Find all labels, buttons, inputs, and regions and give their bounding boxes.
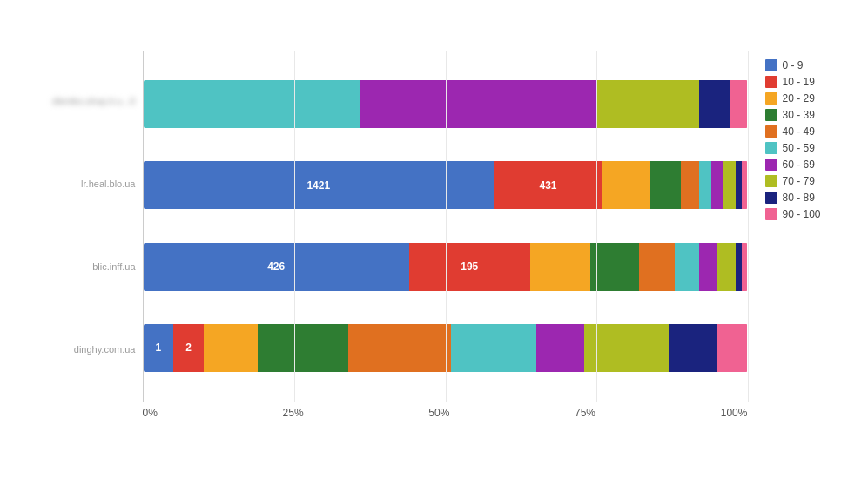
domain-label-2: blic.inff.ua (56, 237, 143, 296)
bar-segment-2-6 (699, 243, 717, 291)
x-tick-1: 25% (283, 407, 304, 419)
legend-label-6: 60 - 69 (783, 159, 815, 171)
legend-color-5 (765, 142, 777, 154)
bars-section: 142143142619512 (143, 51, 748, 402)
legend-label-7: 70 - 79 (783, 175, 815, 187)
y-domain-labels: dlentko.shop.lr.u...0lr.heal.blo.uablic.… (56, 51, 143, 425)
legend-color-8 (765, 192, 777, 204)
bar-segment-2-7 (717, 243, 736, 291)
domain-label-1: lr.heal.blo.ua (56, 154, 143, 213)
legend-color-0 (765, 59, 777, 71)
legend-label-1: 10 - 19 (783, 76, 815, 88)
bar-segment-3-2 (204, 324, 258, 372)
legend-label-5: 50 - 59 (783, 142, 815, 154)
y-axis-label (34, 51, 51, 425)
legend-color-7 (765, 175, 777, 187)
bar-segment-2-8 (736, 243, 742, 291)
bar-segment-3-8 (669, 324, 717, 372)
bar-segment-1-3 (650, 161, 681, 209)
bar-segment-2-0: 426 (144, 243, 409, 291)
bar-segment-1-2 (602, 161, 651, 209)
legend-label-8: 80 - 89 (783, 192, 815, 204)
legend-item-0: 0 - 9 (765, 59, 835, 71)
x-tick-0: 0% (143, 407, 158, 419)
legend-label-2: 20 - 29 (783, 92, 815, 105)
legend-item-2: 20 - 29 (765, 92, 835, 105)
bar-segment-2-4 (639, 243, 676, 291)
chart-container: dlentko.shop.lr.u...0lr.heal.blo.uablic.… (17, 16, 852, 477)
grid-line-50 (446, 51, 447, 402)
legend-item-5: 50 - 59 (765, 142, 835, 154)
legend-item-3: 30 - 39 (765, 109, 835, 121)
bar-segment-3-6 (536, 324, 585, 372)
bar-segment-3-1: 2 (173, 324, 204, 372)
legend-color-3 (765, 109, 777, 121)
bar-segment-2-5 (675, 243, 699, 291)
bar-segment-3-5 (451, 324, 535, 372)
bar-segment-2-2 (530, 243, 590, 291)
bar-segment-1-1: 431 (494, 161, 602, 209)
grid-line-25 (294, 51, 295, 402)
bar-segment-2-3 (590, 243, 639, 291)
domain-label-0: dlentko.shop.lr.u...0 (56, 71, 143, 131)
bar-segment-2-9 (742, 243, 748, 291)
bar-segment-3-0: 1 (144, 324, 174, 372)
plot-area: 142143142619512 0%25%50%75%100% (143, 51, 748, 425)
x-axis-labels: 0%25%50%75%100% (143, 402, 748, 423)
legend-label-9: 90 - 100 (783, 208, 821, 220)
legend-item-9: 90 - 100 (765, 208, 835, 220)
legend-color-1 (765, 76, 777, 88)
grid-line-75 (596, 51, 597, 402)
legend-item-1: 10 - 19 (765, 76, 835, 88)
domain-label-3: dinghy.com.ua (56, 320, 143, 379)
legend-item-7: 70 - 79 (765, 175, 835, 187)
x-tick-3: 75% (575, 407, 595, 419)
x-tick-2: 50% (428, 407, 449, 419)
legend-item-4: 40 - 49 (765, 125, 835, 138)
legend: 0 - 910 - 1920 - 2930 - 3940 - 4950 - 59… (748, 51, 835, 425)
bar-segment-0-8 (699, 80, 730, 128)
x-tick-4: 100% (721, 407, 748, 419)
legend-label-0: 0 - 9 (783, 59, 804, 71)
bar-segment-3-9 (717, 324, 748, 372)
bar-segment-1-5 (699, 161, 711, 209)
bar-segment-0-7 (596, 80, 699, 128)
legend-color-6 (765, 159, 777, 171)
legend-label-3: 30 - 39 (783, 109, 815, 121)
grid-line-100 (748, 51, 749, 402)
bar-segment-1-9 (742, 161, 748, 209)
bar-segment-1-6 (711, 161, 723, 209)
legend-color-4 (765, 125, 777, 138)
bar-segment-3-3 (258, 324, 348, 372)
bar-segment-1-7 (723, 161, 736, 209)
bar-segment-2-1: 195 (409, 243, 530, 291)
legend-item-8: 80 - 89 (765, 192, 835, 204)
legend-color-9 (765, 208, 777, 220)
bar-segment-3-4 (348, 324, 451, 372)
legend-color-2 (765, 92, 777, 105)
bar-segment-1-4 (681, 161, 699, 209)
bar-segment-1-8 (736, 161, 742, 209)
bar-segment-0-9 (730, 80, 748, 128)
legend-label-4: 40 - 49 (783, 125, 815, 138)
bar-segment-0-6 (360, 80, 596, 128)
legend-item-6: 60 - 69 (765, 159, 835, 171)
bar-segment-1-0: 1421 (144, 161, 495, 209)
bar-segment-0-5 (144, 80, 361, 128)
